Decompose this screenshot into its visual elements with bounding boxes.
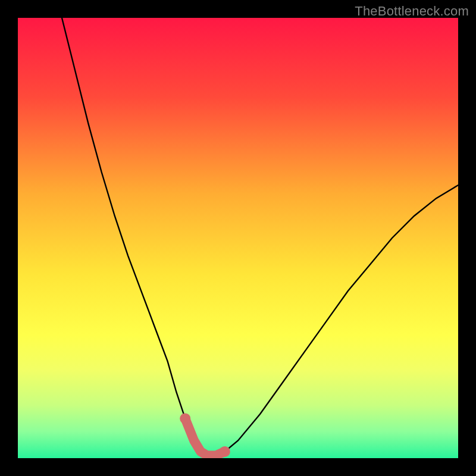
plot-area bbox=[18, 18, 458, 458]
bottleneck-chart bbox=[18, 18, 458, 458]
highlight-endpoint bbox=[180, 413, 190, 424]
chart-frame: TheBottleneck.com bbox=[0, 0, 476, 476]
highlight-endpoint bbox=[220, 446, 230, 457]
attribution-text: TheBottleneck.com bbox=[355, 4, 469, 19]
